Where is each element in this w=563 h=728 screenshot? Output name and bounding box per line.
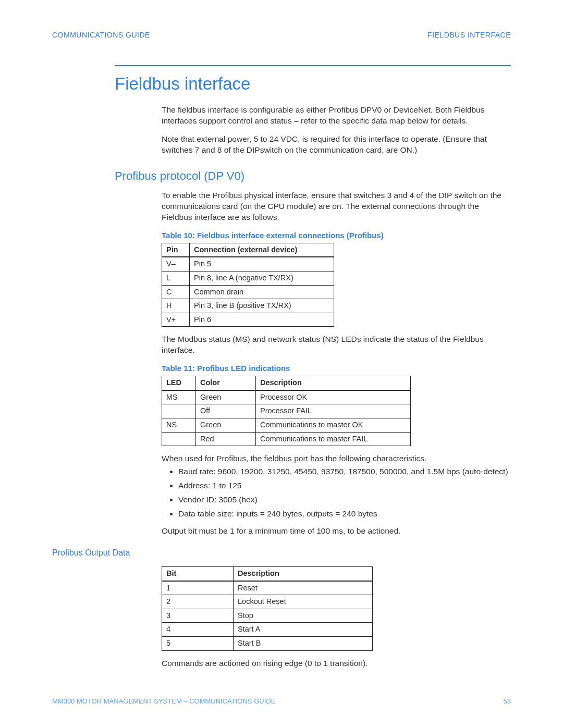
page: COMMUNICATIONS GUIDE FIELDBUS INTERFACE … — [0, 0, 563, 728]
table11: LED Color Description MSGreenProcessor O… — [162, 376, 411, 446]
table-header-cell: Bit — [162, 567, 234, 581]
profibus-bullets: Baud rate: 9600, 19200, 31250, 45450, 93… — [162, 466, 511, 520]
table-header-cell: Connection (external device) — [190, 243, 334, 257]
intro-block: The fieldbus interface is configurable a… — [52, 105, 511, 156]
profibus-p2: The Modbus status (MS) and network statu… — [162, 334, 511, 356]
table-header-cell: Description — [234, 567, 373, 581]
intro-p2: Note that external power, 5 to 24 VDC, i… — [162, 134, 511, 156]
output-data-table: Bit Description 1Reset 2Lockout Reset 3S… — [162, 566, 373, 650]
page-title: Fieldbus interface — [52, 72, 511, 96]
output-data-p1: Commands are actioned on rising edge (0 … — [162, 658, 511, 669]
profibus-block: To enable the Profibus physical interfac… — [52, 190, 511, 537]
table-row: RedCommunications to master FAIL — [162, 432, 411, 446]
page-footer: MM300 MOTOR MANAGEMENT SYSTEM – COMMUNIC… — [52, 697, 511, 706]
table-row: OffProcessor FAIL — [162, 404, 411, 418]
table11-caption: Table 11: Profibus LED indications — [162, 363, 511, 374]
table-row: 1Reset — [162, 581, 373, 595]
profibus-p1: To enable the Profibus physical interfac… — [162, 190, 511, 223]
header-left: COMMUNICATIONS GUIDE — [52, 30, 150, 40]
table-header-cell: Description — [256, 376, 411, 390]
table-row: NSGreenCommunications to master OK — [162, 418, 411, 432]
profibus-p3: When used for Profibus, the fieldbus por… — [162, 453, 511, 464]
intro-p1: The fieldbus interface is configurable a… — [162, 105, 511, 127]
header-right: FIELDBUS INTERFACE — [427, 30, 511, 40]
table-row: 3Stop — [162, 609, 373, 623]
list-item: Data table size: inputs = 240 bytes, out… — [178, 509, 511, 520]
page-header: COMMUNICATIONS GUIDE FIELDBUS INTERFACE — [52, 30, 511, 40]
table-row: MSGreenProcessor OK — [162, 390, 411, 404]
table-header-cell: LED — [162, 376, 196, 390]
list-item: Address: 1 to 125 — [178, 480, 511, 491]
table-header-cell: Pin — [162, 243, 190, 257]
table-row: 2Lockout Reset — [162, 595, 373, 609]
output-data-block: Bit Description 1Reset 2Lockout Reset 3S… — [52, 566, 511, 669]
table-row: 4Start A — [162, 623, 373, 637]
table-row: LPin 8, line A (negative TX/RX) — [162, 271, 334, 285]
list-item: Baud rate: 9600, 19200, 31250, 45450, 93… — [178, 466, 511, 477]
table10: Pin Connection (external device) V–Pin 5… — [162, 243, 334, 327]
output-data-heading: Profibus Output Data — [52, 547, 511, 559]
table-header-row: LED Color Description — [162, 376, 411, 390]
profibus-p4: Output bit must be 1 for a minimum time … — [162, 526, 511, 537]
table-row: 5Start B — [162, 637, 373, 651]
list-item: Vendor ID: 3005 (hex) — [178, 495, 511, 505]
table-header-row: Bit Description — [162, 567, 373, 581]
table-row: CCommon drain — [162, 285, 334, 299]
table-row: V+Pin 6 — [162, 313, 334, 327]
table-row: HPin 3, line B (positive TX/RX) — [162, 299, 334, 313]
table10-caption: Table 10: Fieldbus interface external co… — [162, 230, 511, 241]
profibus-heading: Profibus protocol (DP V0) — [52, 168, 511, 184]
table-header-row: Pin Connection (external device) — [162, 243, 334, 257]
footer-left: MM300 MOTOR MANAGEMENT SYSTEM – COMMUNIC… — [52, 697, 275, 706]
table-header-cell: Color — [196, 376, 256, 390]
table-row: V–Pin 5 — [162, 257, 334, 271]
footer-page-number: 53 — [504, 697, 511, 706]
section-rule — [115, 65, 511, 66]
